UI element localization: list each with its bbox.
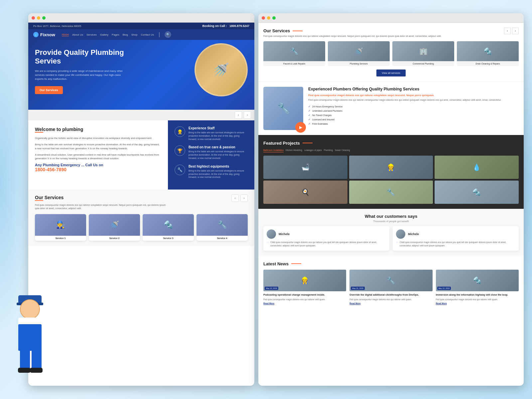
feature-icon-0: 👷 xyxy=(175,126,185,137)
service-image-3: 🔧 xyxy=(197,214,248,236)
r-services-next[interactable]: › xyxy=(512,28,519,34)
test-card-1: Michele " Clidd quia consequuntur magni … xyxy=(393,226,519,251)
nav-gallery[interactable]: Gallery xyxy=(100,33,108,36)
hero-title: Provide Quality Plumbing Servies xyxy=(35,48,128,66)
service-name-0: Service 1 xyxy=(35,236,86,241)
nav-services[interactable]: Services xyxy=(86,33,97,36)
nav-shop[interactable]: Shop xyxy=(131,33,138,36)
project-img-3: 🍳 xyxy=(263,181,347,204)
feature-text-0: Bring to the table win-win survival stra… xyxy=(189,131,248,141)
welcome-text3: A streamlined cloud solution. User gener… xyxy=(35,153,161,161)
welcome-text1: Organically grow the holistic world view… xyxy=(35,136,161,140)
mascot-overalls xyxy=(18,324,42,351)
service-name-2: Service 3 xyxy=(143,236,194,241)
r-services-controls: ‹ › xyxy=(504,28,519,34)
search-icon[interactable]: 🔍 xyxy=(165,31,171,38)
r-service-img-2: 🏢 xyxy=(392,41,454,61)
mascot-leg-right xyxy=(32,349,42,369)
checklist-item-2: ✓No Travel Charges xyxy=(308,113,519,117)
projects-title: Featured Projects xyxy=(263,141,313,146)
r-services-grid: 🔧 Faucet & Leak Repairs 🚿 Plumbing Servi… xyxy=(263,41,519,66)
r-service-name-3: Drain Cleaning & Repairs xyxy=(457,61,519,66)
news-grid: 👷 May 10, 2019 Podcasting operational ch… xyxy=(263,270,519,305)
feature-item-1: 🏆 Based on true care & passion Bring to … xyxy=(175,145,248,160)
hero-image: 🚿 xyxy=(195,43,248,96)
hero-image-icon: 🚿 xyxy=(213,62,229,78)
logo-icon: 💧 xyxy=(33,32,39,37)
minimize-dot-right[interactable] xyxy=(267,16,270,20)
mascot-leg-left xyxy=(20,349,30,369)
news-card-title-1: Override the digital additional clickthr… xyxy=(349,293,432,297)
close-dot-right[interactable] xyxy=(262,16,265,20)
news-card-text-1: Fed quia consequuntur magni dolores eos … xyxy=(349,298,432,301)
nav-contact[interactable]: Contact Us xyxy=(141,33,154,36)
news-card-text-2: Fed quia consequuntur magni dolores eos … xyxy=(436,298,519,301)
quality-content: Experienced Plumbers Offering Quality Pl… xyxy=(308,87,519,126)
quality-checklist: ✓24 Hours Emergency Service ✓Unlimited L… xyxy=(308,104,519,126)
projects-section: Featured Projects Bathroom Installation … xyxy=(258,135,524,209)
test-card-0: Michele " Clidd quia consequuntur magni … xyxy=(263,226,389,251)
r-services-prev[interactable]: ‹ xyxy=(504,28,511,34)
hero-section: Provide Quality Plumbing Servies We are … xyxy=(28,40,254,110)
service-image-2: 🔩 xyxy=(143,214,194,236)
browser-right: Our Services Fed quia consequuntur magni… xyxy=(258,13,524,386)
testimonials-cards: Michele " Clidd quia consequuntur magni … xyxy=(263,226,519,251)
hero-cta-button[interactable]: Our Services xyxy=(35,86,63,94)
checklist-item-1: ✓Unlimited Licensed Plumbers xyxy=(308,109,519,113)
quality-image: 🔧 ▶ xyxy=(263,87,303,130)
nav-items: Home About Us Services Gallery Pages Blo… xyxy=(62,31,249,38)
test-header-1: Michele xyxy=(396,229,515,239)
read-more-2[interactable]: Read More xyxy=(436,302,519,305)
nav-blog[interactable]: Blog xyxy=(123,33,128,36)
play-button[interactable]: ▶ xyxy=(295,122,306,133)
project-img-5: 🔩 xyxy=(435,181,519,204)
read-more-1[interactable]: Read More xyxy=(349,302,432,305)
minimize-dot[interactable] xyxy=(37,16,40,20)
services-next-button[interactable]: › xyxy=(240,195,248,202)
slider-prev-button[interactable]: ‹ xyxy=(235,111,242,119)
news-section: Latest News 👷 May 10, 2019 Podcasting op… xyxy=(258,256,524,310)
nav-about[interactable]: About Us xyxy=(72,33,83,36)
nav-pages[interactable]: Pages xyxy=(112,33,119,36)
services-prev-button[interactable]: ‹ xyxy=(231,195,239,202)
feature-title-0: Experience Staff xyxy=(189,126,248,130)
quality-section: 🔧 ▶ Experienced Plumbers Offering Qualit… xyxy=(258,81,524,135)
hero-content: Provide Quality Plumbing Servies We are … xyxy=(35,48,128,94)
logo-area: 💧 Fixnow xyxy=(33,32,55,37)
service-image-0: 👨‍🔧 xyxy=(35,214,86,236)
welcome-title: Welcome to plumbing xyxy=(35,127,83,132)
news-card-1: 🔧 May 10, 2019 Override the digital addi… xyxy=(349,270,432,305)
left-content: Po Box 1677, Bellevue, Nebraska 68005 Bo… xyxy=(28,23,254,386)
r-service-img-0: 🔧 xyxy=(263,41,325,61)
project-tab-4[interactable]: Sewer Cleaning xyxy=(335,148,350,152)
welcome-right: 👷 Experience Staff Bring to the table wi… xyxy=(168,120,254,190)
maximize-dot-right[interactable] xyxy=(272,16,276,20)
r-service-img-3: 🔩 xyxy=(457,41,519,61)
r-service-name-2: Commercial Plumbing xyxy=(392,61,454,66)
project-img-2: 💧 xyxy=(435,156,519,179)
read-more-0[interactable]: Read More xyxy=(263,302,346,305)
r-service-name-1: Plumbing Services xyxy=(328,61,390,66)
slider-next-button[interactable]: › xyxy=(244,111,251,119)
services-title: Our Services xyxy=(35,195,64,200)
project-tab-1[interactable]: Kitchen Modeling xyxy=(286,148,302,152)
nav-home[interactable]: Home xyxy=(62,33,69,36)
project-tab-2[interactable]: Leakages of pipes xyxy=(304,148,322,152)
maximize-dot[interactable] xyxy=(42,16,46,20)
close-dot[interactable] xyxy=(32,16,35,20)
test-text-1: Clidd quia consequuntur magni dolores eo… xyxy=(396,241,515,247)
service-card-3: 🔧 Service 4 xyxy=(197,214,248,241)
r-services-title: Our Services xyxy=(263,28,303,33)
project-tab-3[interactable]: Plumbing xyxy=(324,148,333,152)
news-card-2: 🔩 May 10, 2019 Immersion along the infor… xyxy=(436,270,519,305)
testimonials-title: What our customers says xyxy=(263,214,519,219)
news-title: Latest News xyxy=(263,261,301,266)
quality-title: Experienced Plumbers Offering Quality Pl… xyxy=(308,87,519,92)
view-all-services-button[interactable]: View all services xyxy=(376,69,405,76)
service-card-0: 👨‍🔧 Service 1 xyxy=(35,214,86,241)
feature-item-0: 👷 Experience Staff Bring to the table wi… xyxy=(175,126,248,141)
project-tab-0[interactable]: Bathroom Installation xyxy=(263,148,284,152)
news-card-title-2: Immersion along the information highway … xyxy=(436,293,519,297)
r-service-img-1: 🚿 xyxy=(328,41,390,61)
projects-grid: 🛁 👷 💧 🍳 🔧 🔩 xyxy=(263,156,519,204)
